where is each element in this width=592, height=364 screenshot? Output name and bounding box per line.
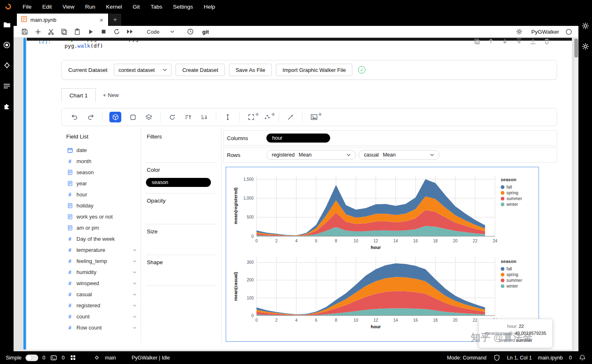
file-browser-icon[interactable] <box>3 20 11 28</box>
field-count[interactable]: #count <box>61 311 141 322</box>
extensions-icon[interactable] <box>3 102 11 111</box>
refresh-button[interactable] <box>168 113 177 122</box>
sort-ascending-button[interactable] <box>184 113 193 122</box>
run-cell-button[interactable] <box>85 27 96 37</box>
rows-field-pill-registered[interactable]: registered Mean <box>266 150 356 160</box>
resize-setting-button[interactable] <box>247 113 256 122</box>
cell-type-select[interactable]: Code <box>144 28 177 36</box>
cursor-position[interactable]: Ln 1, Col 1 <box>507 355 532 361</box>
paste-cells-button[interactable] <box>72 27 83 37</box>
mean-registered-by-hour[interactable]: 02468101214161820222405001,0001,500hourm… <box>233 172 499 253</box>
undo-button[interactable] <box>70 113 79 122</box>
trust-shield-icon[interactable] <box>493 354 501 362</box>
field-day-of-the-week[interactable]: #Day of the week <box>61 233 141 244</box>
settings-gear-icon[interactable] <box>581 42 590 51</box>
color-dropzone[interactable]: season <box>146 177 216 194</box>
history-clock-icon[interactable] <box>185 27 196 37</box>
dataset-select[interactable]: context dataset <box>114 64 171 76</box>
rows-field-pill-casual[interactable]: casual Mean <box>358 150 439 160</box>
interrupt-kernel-button[interactable] <box>98 27 109 37</box>
save-as-file-button[interactable]: Save As File <box>229 64 272 76</box>
branch-name[interactable]: main <box>105 355 116 361</box>
delete-cell-button[interactable] <box>543 38 550 45</box>
git-icon[interactable] <box>3 61 11 69</box>
kernel-settings-icon[interactable] <box>514 27 525 37</box>
field-holiday[interactable]: holiday <box>61 200 141 211</box>
field-registered[interactable]: #registered <box>61 300 141 311</box>
tab-close-icon[interactable]: × <box>98 16 105 23</box>
chevron-down-icon[interactable] <box>133 316 136 318</box>
size-dropzone[interactable] <box>146 239 216 255</box>
cut-cells-button[interactable] <box>46 27 56 37</box>
shape-dropzone[interactable] <box>146 270 216 286</box>
opacity-dropzone[interactable] <box>146 208 216 224</box>
new-chart-button[interactable]: + New <box>96 88 126 102</box>
chevron-down-icon[interactable] <box>133 260 136 263</box>
chevron-down-icon[interactable] <box>133 304 136 307</box>
table-of-contents-icon[interactable] <box>3 82 11 90</box>
create-dataset-button[interactable]: Create Dataset <box>176 64 224 76</box>
restart-kernel-button[interactable] <box>111 27 122 37</box>
simple-mode-toggle[interactable] <box>25 355 38 361</box>
coordinate-system-button[interactable] <box>263 113 272 122</box>
menu-file[interactable]: File <box>17 0 37 14</box>
export-image-button[interactable] <box>310 113 319 122</box>
tab-chart-1[interactable]: Chart 1 <box>61 88 96 102</box>
bell-icon[interactable] <box>578 354 586 362</box>
chart-config-button[interactable] <box>128 113 137 122</box>
sort-descending-button[interactable] <box>200 113 209 122</box>
save-button[interactable] <box>19 27 30 37</box>
property-inspector-icon[interactable] <box>581 22 590 30</box>
magic-wand-button[interactable] <box>286 113 295 122</box>
tab-main-ipynb[interactable]: main.ipynb × <box>17 14 108 26</box>
menu-tabs[interactable]: Tabs <box>145 0 168 14</box>
menu-edit[interactable]: Edit <box>37 0 57 14</box>
terminal-icon[interactable] <box>49 354 58 362</box>
mode-indicator[interactable]: Mode: Command <box>447 355 486 361</box>
move-cell-up-button[interactable] <box>487 38 495 45</box>
chevron-down-icon[interactable] <box>133 282 136 285</box>
color-field-pill[interactable]: season <box>146 178 211 187</box>
mean-casual-by-hour[interactable]: 0246810121416182022240100200300hourmean(… <box>233 254 499 332</box>
mean-casual-by-hour-plot[interactable]: 0246810121416182022240100200300hourmean(… <box>233 254 499 333</box>
field-casual[interactable]: #casual <box>61 289 141 300</box>
chevron-down-icon[interactable] <box>133 293 136 296</box>
import-graphic-walker-file-button[interactable]: Import Graphic Walker File <box>276 64 352 76</box>
chevron-down-icon[interactable] <box>133 249 136 251</box>
active-cell-indicator[interactable] <box>23 38 26 350</box>
move-cell-down-button[interactable] <box>501 38 509 45</box>
transpose-button[interactable] <box>223 113 232 122</box>
vertical-scrollbar[interactable] <box>574 38 578 351</box>
menu-run[interactable]: Run <box>80 0 101 14</box>
columns-field-pill[interactable]: hour <box>266 134 330 143</box>
chevron-down-icon[interactable] <box>133 271 136 274</box>
kernels-icon[interactable] <box>69 354 77 362</box>
field-feeling_temp[interactable]: #feeling_temp <box>61 256 141 267</box>
chevron-down-icon[interactable] <box>133 327 136 329</box>
menu-help[interactable]: Help <box>198 0 220 14</box>
copy-cells-button[interactable] <box>59 27 69 37</box>
field-temperature[interactable]: #temperature <box>61 244 141 256</box>
running-sessions-icon[interactable] <box>3 41 11 49</box>
field-year[interactable]: year <box>61 178 141 189</box>
filters-dropzone[interactable] <box>146 144 216 163</box>
field-date[interactable]: date <box>61 145 141 156</box>
field-row-count[interactable]: #Row count <box>61 322 141 333</box>
insert-cell-below-button[interactable] <box>529 38 536 45</box>
field-season[interactable]: season <box>61 167 141 178</box>
redo-button[interactable] <box>86 113 95 122</box>
field-work-yes-or-not[interactable]: work yes or not <box>61 211 141 222</box>
field-winspeed[interactable]: #winspeed <box>61 278 141 289</box>
scrollbar-thumb[interactable] <box>574 39 578 58</box>
field-month[interactable]: #month <box>61 156 141 167</box>
menu-kernel[interactable]: Kernel <box>101 0 127 14</box>
insert-cell-above-button[interactable] <box>515 38 523 45</box>
git-toolbar-label[interactable]: git <box>202 29 209 35</box>
geom-mark-button[interactable] <box>109 112 121 122</box>
mean-registered-by-hour-plot[interactable]: 02468101214161820222405001,0001,500hourm… <box>233 172 499 254</box>
insert-cell-button[interactable] <box>32 27 43 37</box>
new-tab-button[interactable]: + <box>109 14 121 26</box>
duplicate-cell-button[interactable] <box>473 38 481 45</box>
git-branch-icon[interactable] <box>92 354 101 362</box>
menu-git[interactable]: Git <box>127 0 145 14</box>
